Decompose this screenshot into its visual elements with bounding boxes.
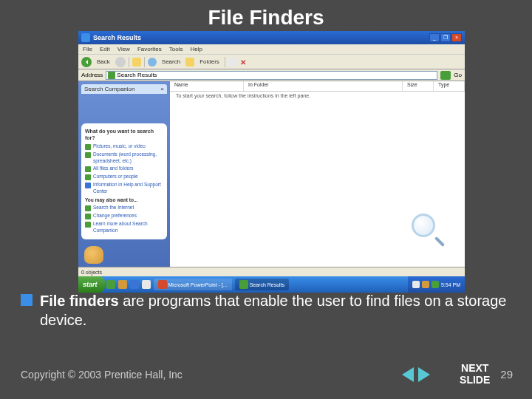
menu-favorites[interactable]: Favorites	[137, 46, 162, 52]
magnifier-icon	[412, 214, 444, 246]
opt-label: Documents (word processing, spreadsheet,…	[93, 151, 163, 164]
app-icon	[81, 33, 90, 42]
task-label: Microsoft PowerPoint - [...	[168, 282, 228, 287]
next-slide-button[interactable]: NEXT SLIDE	[460, 363, 490, 386]
quicklaunch-icon[interactable]	[130, 280, 139, 289]
square-icon	[85, 166, 91, 172]
opt-label: Computers or people	[93, 174, 138, 180]
go-button[interactable]	[440, 71, 451, 80]
opt-label: Search the Internet	[93, 205, 134, 211]
next-slide-arrow[interactable]	[418, 367, 430, 382]
col-type[interactable]: Type	[434, 81, 465, 91]
bullet-icon	[21, 294, 33, 306]
prev-slide-button[interactable]	[402, 367, 414, 382]
search-companion-panel: Search Companion × What do you want to s…	[78, 81, 170, 267]
back-icon[interactable]	[81, 57, 92, 67]
opt-label: Learn more about Search Companion	[93, 221, 163, 233]
col-size[interactable]: Size	[403, 81, 434, 91]
maximize-button[interactable]: ❐	[440, 33, 451, 42]
stop-icon[interactable]: ✕	[240, 58, 248, 66]
address-icon	[108, 72, 115, 79]
panel-close-icon[interactable]: ×	[160, 86, 164, 92]
address-value: Search Results	[117, 72, 157, 78]
opt-label: Pictures, music, or video	[93, 143, 146, 149]
separator	[144, 57, 145, 67]
square-icon	[85, 174, 91, 180]
separator	[129, 57, 129, 67]
menu-edit[interactable]: Edit	[100, 46, 110, 52]
opt-computers[interactable]: Computers or people	[85, 174, 163, 180]
back-button[interactable]: Back	[95, 58, 112, 66]
menubar: File Edit View Favorites Tools Help	[78, 44, 465, 55]
go-label: Go	[454, 72, 462, 78]
quicklaunch-icon[interactable]	[142, 280, 151, 289]
clock: 5:54 PM	[441, 282, 460, 287]
square-icon	[85, 152, 91, 158]
quicklaunch-icon[interactable]	[106, 280, 115, 289]
search-button[interactable]: Search	[160, 58, 183, 66]
square-icon	[85, 214, 91, 219]
folders-button[interactable]: Folders	[197, 58, 222, 66]
system-tray: 5:54 PM	[408, 276, 465, 293]
forward-icon[interactable]	[115, 57, 126, 67]
separator	[225, 57, 225, 67]
menu-view[interactable]: View	[117, 46, 130, 52]
nav-arrows	[402, 367, 430, 382]
column-headers: Name In Folder Size Type	[170, 81, 465, 92]
app-icon	[158, 280, 167, 289]
opt-label: All files and folders	[93, 166, 134, 171]
opt-learn[interactable]: Learn more about Search Companion	[85, 221, 163, 233]
tray-icon[interactable]	[412, 281, 420, 288]
opt-label: Change preferences	[93, 213, 137, 219]
square-icon	[85, 205, 91, 211]
task-label: Search Results	[250, 282, 284, 287]
opt-help[interactable]: Information in Help and Support Center	[85, 182, 163, 194]
window-titlebar: Search Results _ ❐ ×	[78, 31, 465, 44]
opt-internet[interactable]: Search the Internet	[85, 205, 163, 211]
square-icon	[85, 222, 91, 228]
col-name[interactable]: Name	[170, 81, 244, 91]
folders-icon	[185, 58, 194, 66]
balloon-subhead: You may also want to...	[85, 197, 163, 203]
search-icon	[148, 58, 157, 66]
search-balloon: What do you want to search for? Pictures…	[81, 123, 167, 239]
opt-prefs[interactable]: Change preferences	[85, 213, 163, 219]
slide-title: File Finders	[0, 0, 532, 30]
copyright: Copyright © 2003 Prentice Hall, Inc	[21, 369, 183, 381]
menu-help[interactable]: Help	[190, 46, 202, 52]
up-icon[interactable]	[132, 58, 141, 66]
start-button[interactable]: start	[78, 276, 105, 293]
opt-pictures[interactable]: Pictures, music, or video	[85, 143, 163, 150]
bullet-strong: File finders	[40, 293, 119, 309]
taskbar: start Microsoft PowerPoint - [... Search…	[78, 276, 465, 293]
toolbar: Back Search Folders ✕	[78, 55, 465, 69]
balloon-heading: What do you want to search for?	[85, 128, 163, 141]
menu-tools[interactable]: Tools	[169, 46, 183, 52]
app-icon	[239, 280, 248, 289]
col-folder[interactable]: In Folder	[244, 81, 403, 91]
opt-documents[interactable]: Documents (word processing, spreadsheet,…	[85, 151, 163, 164]
opt-label: Information in Help and Support Center	[93, 182, 163, 194]
views-icon[interactable]	[228, 58, 237, 66]
panel-header: Search Companion ×	[81, 84, 167, 94]
quicklaunch-icon[interactable]	[118, 280, 127, 289]
opt-allfiles[interactable]: All files and folders	[85, 166, 163, 172]
square-icon	[85, 144, 91, 150]
instruction-text: To start your search, follow the instruc…	[170, 92, 465, 100]
bullet-point: File finders are programs that enable th…	[21, 291, 517, 330]
close-button[interactable]: ×	[451, 33, 462, 42]
statusbar: 0 objects	[78, 267, 465, 276]
balloon-tail	[111, 235, 120, 244]
address-label: Address	[81, 72, 103, 78]
results-pane: Name In Folder Size Type To start your s…	[170, 81, 465, 267]
minimize-button[interactable]: _	[429, 33, 440, 42]
tray-icon[interactable]	[422, 281, 429, 288]
address-field[interactable]: Search Results	[106, 71, 437, 80]
menu-file[interactable]: File	[83, 46, 92, 52]
footer: Copyright © 2003 Prentice Hall, Inc NEXT…	[21, 363, 513, 386]
taskbar-item-powerpoint[interactable]: Microsoft PowerPoint - [...	[154, 279, 232, 290]
page-number: 29	[500, 368, 513, 381]
taskbar-item-search[interactable]: Search Results	[235, 279, 289, 290]
tray-icon[interactable]	[432, 281, 439, 288]
search-dog-icon[interactable]	[84, 246, 103, 264]
